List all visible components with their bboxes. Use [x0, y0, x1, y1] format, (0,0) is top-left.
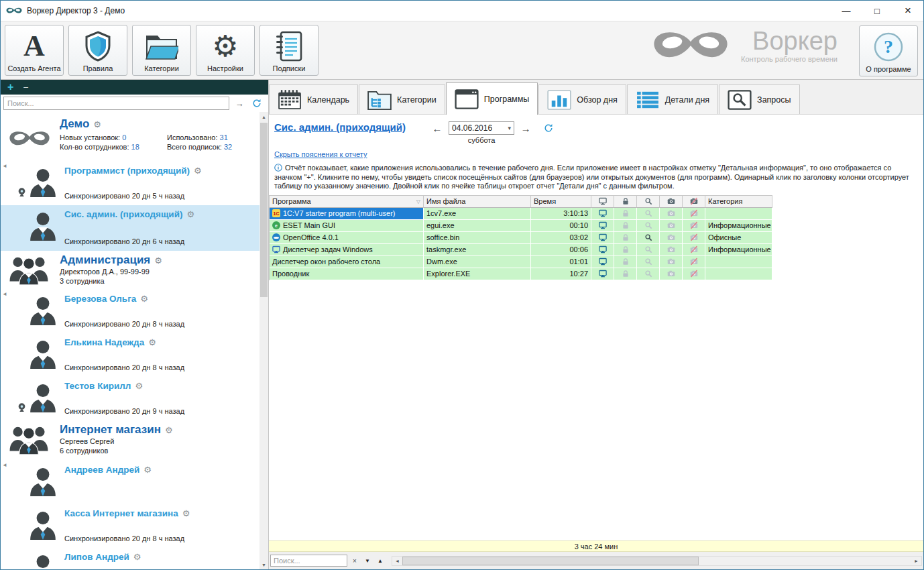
remove-node-button[interactable]: −	[23, 82, 28, 92]
collapse-arrow-icon[interactable]: ◄	[2, 462, 7, 468]
table-row[interactable]: Диспетчер окон рабочего стола Dwm.exe 01…	[270, 256, 772, 268]
column-lock[interactable]	[614, 195, 637, 208]
report-refresh-button[interactable]	[541, 121, 556, 135]
tab-day-details[interactable]: Детали дня	[627, 84, 718, 114]
employee-name[interactable]: Сис. админ. (приходящий)	[64, 209, 182, 219]
settings-button[interactable]: ⚙ Настройки	[196, 25, 255, 76]
cell-time[interactable]: 3:10:13	[531, 208, 591, 220]
cell-lock[interactable]	[614, 232, 637, 244]
cell-search[interactable]	[637, 220, 660, 232]
date-select[interactable]: 04.06.2016 ▾	[449, 121, 514, 135]
tree-employee-programmer[interactable]: ◄ Программист (приходящий)⚙ Синхронизиро…	[1, 162, 259, 205]
find-prev-button[interactable]: ▲	[375, 555, 386, 567]
column-camera[interactable]	[660, 195, 683, 208]
tree-group-administration[interactable]: Администрация⚙ Директоров Д.А., 99-99-99…	[1, 251, 259, 290]
table-row[interactable]: Проводник Explorer.EXE 10:27	[270, 268, 772, 280]
group-name[interactable]: Администрация	[60, 253, 150, 266]
gear-icon[interactable]: ⚙	[194, 166, 202, 176]
tab-queries[interactable]: Запросы	[719, 84, 799, 114]
employee-report-link[interactable]: Сис. админ. (приходящий)	[274, 121, 406, 133]
subscriptions-button[interactable]: Подписки	[259, 25, 319, 76]
tree-employee-sysadmin[interactable]: Сис. админ. (приходящий)⚙ Синхронизирова…	[1, 205, 259, 251]
cell-camera[interactable]	[660, 244, 683, 256]
cell-search[interactable]	[637, 208, 660, 220]
maximize-button[interactable]: □	[862, 1, 892, 21]
group-name[interactable]: Интернет магазин	[60, 423, 161, 436]
cell-filename[interactable]: Dwm.exe	[424, 256, 531, 268]
rules-button[interactable]: Правила	[68, 25, 127, 76]
cell-monitor[interactable]	[591, 208, 614, 220]
cell-search[interactable]	[637, 232, 660, 244]
cell-camera-off[interactable]	[683, 268, 705, 280]
demo-name[interactable]: Демо	[60, 117, 89, 130]
find-next-button[interactable]: ▼	[362, 555, 373, 567]
column-time[interactable]: Время	[531, 195, 591, 208]
categories-button[interactable]: Категории	[132, 25, 191, 76]
cell-program[interactable]: OpenOffice 4.0.1	[270, 232, 424, 244]
cell-camera[interactable]	[660, 208, 683, 220]
cell-monitor[interactable]	[591, 220, 614, 232]
cell-program[interactable]: eESET Main GUI	[270, 220, 424, 232]
scroll-right-icon[interactable]: ►	[911, 557, 921, 565]
column-camera-off[interactable]	[683, 195, 705, 208]
next-day-button[interactable]: →	[518, 121, 533, 135]
tab-calendar[interactable]: Календарь	[269, 84, 358, 114]
close-button[interactable]: ×	[892, 1, 923, 21]
cell-program[interactable]: 1C1C:V7 starter program (multi-user)	[270, 208, 424, 220]
cell-category[interactable]	[705, 208, 772, 220]
cell-monitor[interactable]	[591, 232, 614, 244]
cell-camera[interactable]	[660, 268, 683, 280]
cell-lock[interactable]	[614, 220, 637, 232]
cell-monitor[interactable]	[591, 256, 614, 268]
tab-categories[interactable]: Категории	[359, 84, 445, 114]
scrollbar-thumb[interactable]	[260, 123, 268, 297]
gear-icon[interactable]: ⚙	[165, 425, 173, 435]
cell-category[interactable]	[705, 256, 772, 268]
cell-category[interactable]: Офисные	[705, 232, 772, 244]
cell-search[interactable]	[637, 244, 660, 256]
hide-explanation-link[interactable]: Скрыть пояснения к отчету	[274, 150, 367, 158]
tree-employee-elkina[interactable]: Елькина Надежда⚙ Синхронизировано 20 дн …	[1, 333, 259, 377]
employee-name[interactable]: Андреев Андрей	[64, 465, 139, 475]
prev-day-button[interactable]: ←	[430, 121, 445, 135]
horizontal-scrollbar[interactable]: ◄ ►	[392, 556, 922, 566]
cell-program[interactable]: Проводник	[270, 268, 424, 280]
search-go-button[interactable]: →	[232, 97, 247, 110]
tab-day-overview[interactable]: Обзор дня	[538, 84, 626, 114]
tab-programs[interactable]: Программы	[446, 82, 538, 115]
sidebar-search-input[interactable]	[3, 97, 229, 110]
collapse-arrow-icon[interactable]: ◄	[2, 291, 7, 297]
cell-camera-off[interactable]	[683, 256, 705, 268]
gear-icon[interactable]: ⚙	[148, 337, 156, 347]
tree-employee-lipov[interactable]: Липов Андрей⚙	[1, 548, 259, 569]
employee-name[interactable]: Липов Андрей	[64, 552, 129, 562]
cell-camera-off[interactable]	[683, 220, 705, 232]
cell-camera-off[interactable]	[683, 208, 705, 220]
scroll-down-icon[interactable]: ▼	[262, 560, 266, 569]
cell-program[interactable]: Диспетчер окон рабочего стола	[270, 256, 424, 268]
cell-time[interactable]: 01:01	[531, 256, 591, 268]
column-filename[interactable]: Имя файла	[424, 195, 531, 208]
cell-time[interactable]: 10:27	[531, 268, 591, 280]
employee-name[interactable]: Программист (приходящий)	[64, 166, 190, 176]
table-row[interactable]: 1C1C:V7 starter program (multi-user) 1cv…	[270, 208, 772, 220]
employee-name[interactable]: Касса Интернет магазина	[64, 508, 178, 518]
cell-camera-off[interactable]	[683, 232, 705, 244]
cell-filename[interactable]: soffice.bin	[424, 232, 531, 244]
cell-category[interactable]	[705, 268, 772, 280]
cell-monitor[interactable]	[591, 268, 614, 280]
gear-icon[interactable]: ⚙	[154, 255, 162, 266]
tree-scrollbar[interactable]: ▲ ▼	[259, 112, 268, 569]
gear-icon[interactable]: ⚙	[135, 381, 143, 391]
cell-filename[interactable]: Explorer.EXE	[424, 268, 531, 280]
tree-root-demo[interactable]: Демо⚙ Новых установок:0 Использовано:31 …	[1, 112, 259, 162]
tree-employee-kassa[interactable]: Касса Интернет магазина⚙ Синхронизирован…	[1, 504, 259, 548]
tree-employee-andreev[interactable]: ◄ Андреев Андрей⚙	[1, 461, 259, 504]
gear-icon[interactable]: ⚙	[143, 465, 152, 475]
employee-name[interactable]: Тестов Кирилл	[64, 381, 131, 391]
cell-filename[interactable]: taskmgr.exe	[424, 244, 531, 256]
gear-icon[interactable]: ⚙	[133, 552, 141, 562]
cell-time[interactable]: 00:10	[531, 220, 591, 232]
cell-monitor[interactable]	[591, 244, 614, 256]
tree-employee-testov[interactable]: Тестов Кирилл⚙ Синхронизировано 20 дн 9 …	[1, 377, 259, 420]
